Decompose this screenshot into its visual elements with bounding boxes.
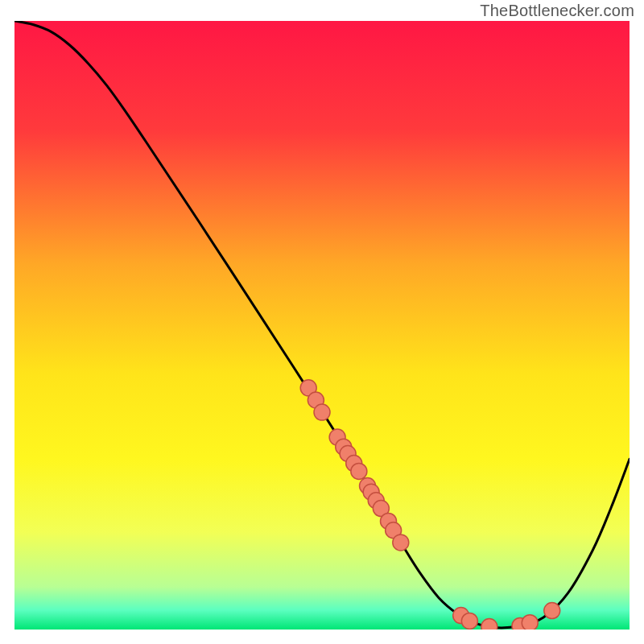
data-point xyxy=(393,535,409,551)
data-point xyxy=(314,404,330,420)
chart-background-gradient xyxy=(14,21,630,630)
data-point xyxy=(351,463,367,479)
attribution-text: TheBottlenecker.com xyxy=(480,2,634,20)
figure-root: TheBottlenecker.com xyxy=(0,0,644,644)
chart-plot-area xyxy=(14,21,630,630)
chart-svg xyxy=(14,21,630,630)
data-point xyxy=(481,619,497,630)
data-point xyxy=(522,615,538,630)
data-point xyxy=(461,613,477,629)
data-point xyxy=(544,603,560,619)
